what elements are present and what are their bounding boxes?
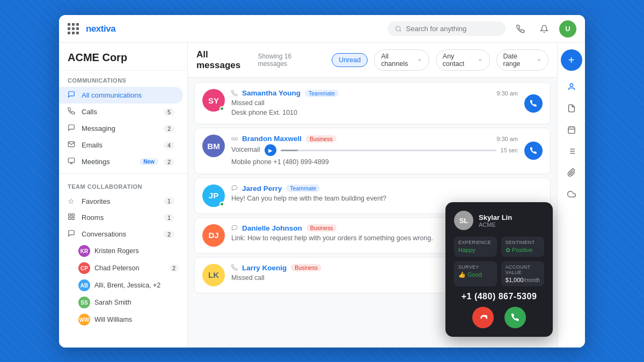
conversations-badge: 2 (164, 231, 174, 238)
messages-count: Showing 16 messages (258, 53, 319, 68)
emails-label: Emails (82, 141, 158, 149)
brandon-audio-bar (281, 150, 496, 151)
samantha-tag: Teammate (305, 90, 339, 97)
sidebar-sub-item-will[interactable]: WW Will Williams (59, 311, 187, 328)
messaging-badge: 2 (164, 125, 174, 132)
danielle-tag: Business (306, 224, 337, 232)
brandon-time: 9:30 am (496, 136, 518, 142)
sidebar-item-conversations[interactable]: Conversations 2 (59, 226, 183, 242)
sidebar-divider-1 (59, 173, 187, 174)
alli-name: Alli, Brent, Jessica, +2 (94, 282, 160, 289)
emails-badge: 4 (164, 142, 174, 149)
brandon-voicemail-label: Voicemail (231, 145, 260, 155)
samantha-online-dot (219, 106, 224, 111)
jared-name: Jared Perry (242, 184, 282, 193)
sarah-avatar: SS (78, 297, 90, 308)
samantha-time: 9:30 am (496, 90, 518, 97)
larry-initials: LK (208, 270, 219, 279)
brandon-call-btn[interactable] (524, 142, 543, 160)
svg-point-9 (235, 137, 238, 140)
grid-menu-icon[interactable] (68, 23, 79, 35)
svg-rect-6 (69, 217, 71, 219)
accept-call-btn[interactable] (504, 307, 526, 328)
bell-icon-btn[interactable] (536, 20, 553, 38)
calls-label: Calls (82, 108, 158, 116)
sidebar-item-emails[interactable]: Emails 4 (59, 137, 183, 153)
caller-phone: +1 (480) 867-5309 (454, 292, 544, 301)
message-card-samantha[interactable]: SY Samantha Young Teammate 9:30 am Misse… (194, 82, 551, 124)
list-icon-btn[interactable] (562, 142, 581, 161)
conversations-label: Conversations (82, 230, 158, 238)
filter-channels-btn[interactable]: All channels (374, 49, 429, 71)
survey-label: SURVEY (458, 264, 493, 270)
samantha-call-btn[interactable] (524, 94, 543, 113)
sidebar-sub-item-chad[interactable]: CP Chad Peterson 2 (59, 260, 187, 277)
decline-call-btn[interactable] (472, 307, 494, 328)
brandon-duration: 15 sec (501, 147, 518, 153)
meetings-label: Meetings (82, 158, 134, 166)
sidebar: ACME Corp Communications All communicati… (59, 43, 188, 348)
sidebar-item-calls[interactable]: Calls 5 (59, 104, 183, 120)
call-info-grid: EXPERIENCE Happy SENTIMENT ✿ Positive SU… (454, 237, 544, 286)
favorites-badge: 1 (164, 197, 174, 205)
svg-rect-12 (568, 127, 575, 134)
conversations-icon (68, 230, 76, 239)
favorites-icon: ☆ (68, 197, 76, 205)
meetings-badge-new: New (140, 158, 158, 165)
all-comms-icon (68, 91, 76, 100)
samantha-text2: Desk phone Ext. 1010 (231, 108, 518, 118)
sidebar-item-all-communications[interactable]: All communications (59, 87, 183, 104)
user-avatar-topbar[interactable]: U (559, 20, 576, 38)
filter-unread-btn[interactable]: Unread (332, 53, 368, 67)
larry-channel-icon (231, 264, 238, 271)
sidebar-item-favorites[interactable]: ☆ Favorites 1 (59, 193, 183, 209)
brandon-audio-progress (281, 150, 298, 151)
paperclip-icon-btn[interactable] (562, 163, 581, 182)
search-input[interactable] (406, 25, 499, 33)
jared-initials: JP (209, 191, 218, 200)
sidebar-sub-item-kristen[interactable]: KR Kristen Rogers (59, 242, 187, 260)
brandon-play-btn[interactable]: ▶ (265, 144, 276, 156)
brandon-top: Brandon Maxwell Business 9:30 am (231, 135, 518, 143)
search-bar[interactable] (387, 21, 506, 36)
jared-top: Jared Perry Teammate (231, 184, 543, 193)
sidebar-item-rooms[interactable]: Rooms 1 (59, 209, 183, 226)
messaging-label: Messaging (82, 124, 158, 132)
document-icon-btn[interactable] (562, 99, 581, 118)
samantha-text1: Missed call (231, 99, 518, 108)
sidebar-sub-item-alli[interactable]: AB Alli, Brent, Jessica, +2 (59, 277, 187, 294)
right-strip: + (557, 43, 585, 348)
team-collab-label: Team collaboration (59, 177, 187, 193)
svg-rect-7 (72, 217, 74, 219)
message-card-brandon[interactable]: BM Brandon Maxwell Business 9:30 am Voic… (194, 128, 551, 174)
svg-point-8 (232, 137, 235, 140)
larry-name: Larry Koenig (242, 264, 287, 272)
samantha-top: Samantha Young Teammate 9:30 am (231, 89, 518, 97)
brandon-avatar: BM (202, 135, 225, 157)
danielle-name: Danielle Johnson (242, 224, 302, 232)
rooms-badge: 1 (164, 214, 174, 221)
person-icon-btn[interactable] (562, 77, 581, 97)
caller-company: ACME (479, 221, 512, 228)
account-value-label: ACCOUNT VALUE (506, 264, 540, 275)
sidebar-item-messaging[interactable]: Messaging 2 (59, 120, 183, 137)
kristen-avatar: KR (78, 245, 90, 257)
brandon-initials: BM (207, 142, 219, 151)
calls-icon (68, 107, 76, 116)
logo-text: nextiva (86, 24, 115, 34)
sidebar-sub-item-sarah[interactable]: SS Sarah Smith (59, 294, 187, 311)
experience-label: EXPERIENCE (458, 240, 493, 245)
filter-date-btn[interactable]: Date range (496, 49, 548, 71)
cloud-icon-btn[interactable] (562, 184, 581, 204)
brandon-tag: Business (306, 135, 336, 143)
samantha-name: Samantha Young (242, 89, 301, 97)
calendar-icon-btn[interactable] (562, 120, 581, 139)
filter-contact-btn[interactable]: Any contact (436, 49, 490, 71)
call-channel-icon (231, 90, 238, 97)
sidebar-item-meetings[interactable]: Meetings New 2 (59, 153, 183, 170)
jared-avatar: JP (202, 184, 225, 207)
sentiment-item: SENTIMENT ✿ Positive (501, 237, 544, 257)
jared-online-dot (219, 202, 224, 206)
fab-add-btn[interactable]: + (561, 49, 582, 71)
phone-icon-btn[interactable] (512, 20, 529, 38)
